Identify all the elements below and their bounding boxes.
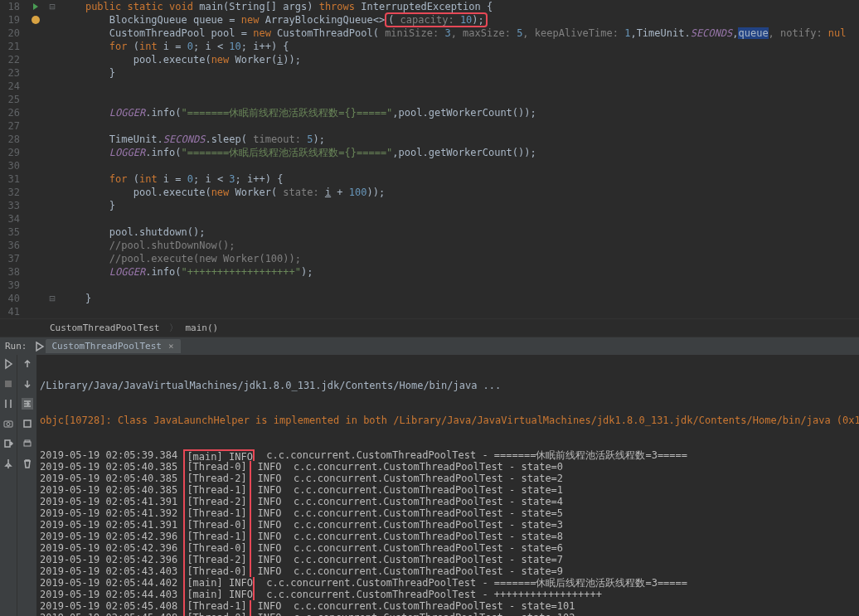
- code-line: 22 pool.execute(new Worker(i));: [0, 53, 859, 66]
- down-icon[interactable]: [22, 378, 33, 390]
- code-line: 18⊟ public static void main(String[] arg…: [0, 0, 859, 13]
- camera-icon[interactable]: [2, 418, 14, 429]
- run-label: Run:: [5, 341, 27, 352]
- svg-rect-4: [25, 440, 30, 442]
- thread-column: [Thread-1]: [183, 507, 251, 519]
- console-line: 2019-05-19 02:05:39.384 [main] INFO c.c.…: [40, 449, 856, 461]
- intention-bulb-icon[interactable]: [32, 16, 40, 24]
- code-line: 20 CustomThreadPool pool = new CustomThr…: [0, 27, 859, 40]
- console-line: 2019-05-19 02:05:42.396 [Thread-2] INFO …: [40, 554, 856, 565]
- close-icon[interactable]: ×: [168, 341, 174, 352]
- thread-column: [Thread-0]: [183, 565, 251, 577]
- fold-toggle[interactable]: ⊟: [48, 292, 56, 305]
- svg-rect-0: [5, 381, 12, 387]
- console-line: 2019-05-19 02:05:42.396 [Thread-0] INFO …: [40, 542, 856, 554]
- thread-column: [Thread-2]: [183, 473, 251, 484]
- trash-icon[interactable]: [22, 458, 33, 469]
- svg-rect-3: [24, 442, 31, 446]
- print-icon[interactable]: [22, 438, 33, 449]
- console-line: 2019-05-19 02:05:45.408 [Thread-0] INFO …: [40, 612, 856, 616]
- console-line: 2019-05-19 02:05:44.402 [main] INFO c.c.…: [40, 577, 856, 589]
- pin-icon[interactable]: [2, 458, 14, 469]
- thread-column: [Thread-0]: [183, 542, 251, 554]
- console-line: 2019-05-19 02:05:40.385 [Thread-0] INFO …: [40, 461, 856, 473]
- console-line: 2019-05-19 02:05:41.391 [Thread-2] INFO …: [40, 496, 856, 507]
- thread-column: [Thread-1]: [183, 531, 251, 542]
- thread-column: [Thread-0]: [183, 461, 251, 473]
- run-tool-window-header: Run: CustomThreadPoolTest×: [0, 337, 859, 355]
- scroll-end-icon[interactable]: [22, 418, 33, 429]
- soft-wrap-icon[interactable]: [22, 398, 33, 410]
- console-command: /Library/Java/JavaVirtualMachines/jdk1.8…: [40, 380, 856, 391]
- breadcrumb-class[interactable]: CustomThreadPoolTest: [50, 323, 159, 333]
- highlight-capacity: ( capacity: 10);: [385, 12, 488, 27]
- svg-point-2: [7, 423, 10, 426]
- run-config-icon: [34, 341, 46, 352]
- console-line: 2019-05-19 02:05:40.385 [Thread-2] INFO …: [40, 473, 856, 484]
- breadcrumb-method[interactable]: main(): [185, 323, 218, 333]
- run-toolbar-left: [0, 355, 17, 616]
- code-editor[interactable]: 18⊟ public static void main(String[] arg…: [0, 0, 859, 318]
- code-line: 21 for (int i = 0; i < 10; i++) {: [0, 40, 859, 53]
- console-line: 2019-05-19 02:05:43.403 [Thread-0] INFO …: [40, 565, 856, 577]
- console-toolbar: [17, 355, 36, 616]
- thread-column: [main] INFO: [183, 577, 254, 589]
- run-gutter-icon[interactable]: [33, 3, 38, 10]
- thread-column: [Thread-1]: [183, 600, 251, 612]
- thread-column: [main] INFO: [183, 449, 254, 461]
- code-line: 19 BlockingQueue queue = new ArrayBlocki…: [0, 13, 859, 27]
- chevron-right-icon: 〉: [169, 322, 178, 334]
- run-tab[interactable]: CustomThreadPoolTest×: [46, 339, 181, 353]
- console-line: 2019-05-19 02:05:41.392 [Thread-1] INFO …: [40, 507, 856, 519]
- thread-column: [Thread-0]: [183, 519, 251, 531]
- console-line: 2019-05-19 02:05:42.396 [Thread-1] INFO …: [40, 531, 856, 542]
- pause-icon[interactable]: [2, 398, 14, 410]
- thread-column: [Thread-2]: [183, 496, 251, 507]
- rerun-icon[interactable]: [2, 358, 14, 370]
- exit-icon[interactable]: [2, 438, 14, 449]
- console-line: 2019-05-19 02:05:44.403 [main] INFO c.c.…: [40, 589, 856, 600]
- up-icon[interactable]: [22, 358, 33, 370]
- thread-column: [main] INFO: [183, 589, 254, 600]
- console-line: 2019-05-19 02:05:45.408 [Thread-1] INFO …: [40, 600, 856, 612]
- console-area: /Library/Java/JavaVirtualMachines/jdk1.8…: [0, 355, 859, 616]
- console-line: 2019-05-19 02:05:41.391 [Thread-0] INFO …: [40, 519, 856, 531]
- fold-toggle[interactable]: ⊟: [48, 0, 56, 13]
- thread-column: [Thread-1]: [183, 484, 251, 496]
- console-output[interactable]: /Library/Java/JavaVirtualMachines/jdk1.8…: [36, 355, 859, 616]
- stop-icon[interactable]: [2, 378, 14, 390]
- console-line: 2019-05-19 02:05:40.385 [Thread-1] INFO …: [40, 484, 856, 496]
- console-warning: objc[10728]: Class JavaLaunchHelper is i…: [40, 415, 856, 426]
- thread-column: [Thread-2]: [183, 554, 251, 565]
- thread-column: [Thread-0]: [183, 612, 251, 616]
- breadcrumb[interactable]: CustomThreadPoolTest〉main(): [0, 318, 859, 337]
